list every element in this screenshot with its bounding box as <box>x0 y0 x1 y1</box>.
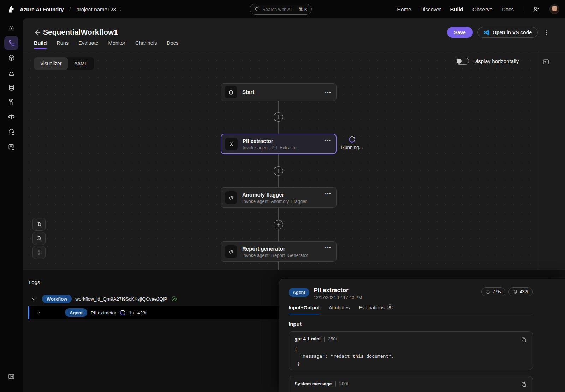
code-agent-icon <box>225 191 237 204</box>
node-title: Report generator <box>242 246 285 252</box>
node-subtitle: Invoke agent: Report_Generator <box>242 253 320 258</box>
add-node-button[interactable] <box>274 112 283 122</box>
view-mode-toggle: Visualizer YAML <box>34 57 94 70</box>
tab-docs[interactable]: Docs <box>167 40 178 49</box>
node-menu-icon[interactable]: ••• <box>325 191 331 197</box>
evaluations-count: 8 <box>387 304 393 310</box>
tab-runs[interactable]: Runs <box>56 40 69 49</box>
page-title: SequentialWorkflow1 <box>43 28 118 36</box>
copy-icon[interactable] <box>520 381 528 388</box>
agent-badge: Agent <box>65 308 87 317</box>
tab-evaluations[interactable]: Evaluations 8 <box>359 304 393 314</box>
display-horizontally-toggle[interactable] <box>456 58 469 65</box>
feedback-icon[interactable] <box>533 5 540 13</box>
input-code-card: gpt-4.1-mini 250t { "message": "redact t… <box>289 331 533 370</box>
trace-detail-panel: Agent PII extractor 12/17/2024 12:17:40 … <box>279 279 565 392</box>
search-bar[interactable]: ⌘ K <box>250 4 312 15</box>
nav-docs[interactable]: Docs <box>502 6 514 12</box>
node-menu-icon[interactable]: ••• <box>325 245 331 251</box>
rail-assistant-lock-icon[interactable] <box>4 125 18 139</box>
nav-observe[interactable]: Observe <box>472 6 493 12</box>
yaml-segment[interactable]: YAML <box>68 57 94 70</box>
top-navigation: Home Discover Build Observe Docs <box>397 0 559 18</box>
workflow-canvas[interactable]: Visualizer YAML Display horizontally Sta… <box>23 52 565 270</box>
spinner-icon <box>120 310 125 315</box>
node-anomoly-flagger[interactable]: Anomoly flagger Invoke agent: Anomoly_Fl… <box>221 187 337 208</box>
save-button[interactable]: Save <box>447 27 473 38</box>
search-icon <box>254 6 260 12</box>
logs-title: Logs <box>29 279 40 285</box>
nav-discover[interactable]: Discover <box>420 6 441 12</box>
tab-monitor[interactable]: Monitor <box>108 40 125 49</box>
duration-pill: 7.9s <box>481 287 505 296</box>
card-title: System message <box>295 381 332 386</box>
expand-panel-icon[interactable] <box>4 371 18 382</box>
chevron-down-icon[interactable] <box>28 296 38 302</box>
top-bar: Azure AI Foundry / project-name123 ⌘ K H… <box>0 0 565 18</box>
toggle-knob <box>457 59 462 64</box>
node-pii-extractor[interactable]: PII extractor Invoke agent: PII_Extracto… <box>221 134 337 154</box>
node-subtitle: Invoke agent: Anomoly_Flagger <box>242 199 320 204</box>
canvas-right-divider <box>537 52 537 270</box>
copy-icon[interactable] <box>520 336 528 343</box>
fit-view-button[interactable] <box>32 246 46 259</box>
running-status: Running... <box>340 136 364 150</box>
node-report-generator[interactable]: Report generator Invoke agent: Report_Ge… <box>221 241 337 262</box>
card-divider <box>324 337 325 342</box>
rail-evaluation-scales-icon[interactable] <box>4 110 18 124</box>
code-agent-icon <box>225 245 237 258</box>
zoom-out-button[interactable] <box>32 232 46 245</box>
tab-build[interactable]: Build <box>34 40 47 49</box>
code-agent-icon <box>225 138 238 150</box>
rail-data-database-icon[interactable] <box>4 80 18 95</box>
add-node-button[interactable] <box>274 220 283 229</box>
nav-build[interactable]: Build <box>450 6 464 12</box>
detail-title: PII extractor <box>314 287 362 294</box>
log-row-agent[interactable]: Agent PII extractor 1s 423t <box>28 306 279 319</box>
home-icon <box>225 86 237 98</box>
rail-model-cube-icon[interactable] <box>4 51 18 65</box>
more-options-icon[interactable] <box>542 28 550 37</box>
node-start[interactable]: Start ••• <box>221 83 337 101</box>
open-side-panel-icon[interactable] <box>541 57 551 67</box>
card-tokens: 250t <box>328 336 337 342</box>
rail-code-agent-icon[interactable] <box>4 21 18 35</box>
add-node-button[interactable] <box>274 166 283 176</box>
chevron-down-icon[interactable] <box>33 310 43 315</box>
code-block: { "message": "redact this document", } <box>295 345 527 367</box>
tab-attributes[interactable]: Attributes <box>329 304 350 314</box>
card-divider <box>335 381 336 386</box>
node-menu-icon[interactable]: ••• <box>324 137 331 143</box>
workflow-badge: Workflow <box>42 295 72 303</box>
log-row-workflow[interactable]: Workflow workflow_id_Qm9A27I9ScKKsjlQCva… <box>28 293 177 305</box>
search-input[interactable] <box>262 7 296 12</box>
vscode-icon <box>483 29 490 36</box>
node-title: PII extractor <box>243 138 273 144</box>
breadcrumb-separator: / <box>69 6 71 12</box>
nav-home[interactable]: Home <box>397 6 411 12</box>
rail-experiments-flask-icon[interactable] <box>4 66 18 80</box>
rail-workflows-icon[interactable] <box>4 36 18 50</box>
sort-chevrons-icon <box>118 7 123 12</box>
open-in-vscode-button[interactable]: Open in VS code <box>477 27 538 38</box>
tab-input-output[interactable]: Input+Output <box>289 304 320 314</box>
display-horizontally-label: Display horizontally <box>473 58 519 64</box>
tab-evaluate[interactable]: Evaluate <box>78 40 98 49</box>
back-arrow-icon[interactable] <box>34 29 42 36</box>
detail-tabs: Input+Output Attributes Evaluations 8 <box>289 304 533 314</box>
success-check-icon <box>171 296 177 302</box>
zoom-in-button[interactable] <box>32 218 46 231</box>
node-title: Anomoly flagger <box>242 192 284 198</box>
left-rail <box>0 18 23 392</box>
visualizer-segment[interactable]: Visualizer <box>34 57 68 70</box>
user-avatar[interactable] <box>549 4 559 14</box>
zoom-controls <box>32 218 46 259</box>
rail-governance-form-icon[interactable] <box>4 140 18 154</box>
node-title: Start <box>242 89 254 95</box>
rail-tools-icon[interactable] <box>4 95 18 109</box>
project-selector[interactable]: project-name123 <box>76 6 123 12</box>
tab-channels[interactable]: Channels <box>135 40 157 49</box>
azure-ai-foundry-logo-icon <box>7 5 16 13</box>
agent-name: PII extractor <box>91 310 117 315</box>
node-menu-icon[interactable]: ••• <box>325 89 331 95</box>
